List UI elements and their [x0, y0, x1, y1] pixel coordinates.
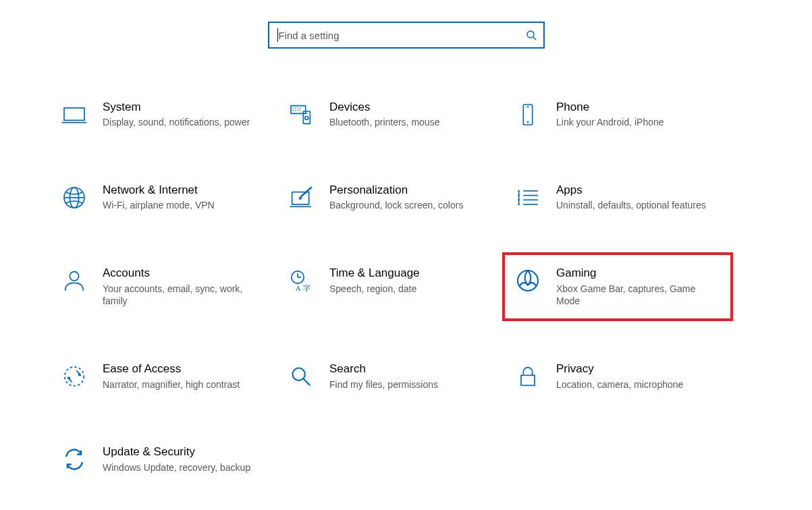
tile-title: Ease of Access: [103, 362, 267, 376]
tile-title: Privacy: [556, 362, 721, 376]
tile-title: Network & Internet: [103, 183, 267, 197]
tile-title: Gaming: [556, 266, 721, 280]
tile-network[interactable]: Network & Internet Wi-Fi, airplane mode,…: [59, 180, 269, 215]
tile-desc: Location, camera, microphone: [556, 378, 721, 391]
tile-system[interactable]: System Display, sound, notifications, po…: [59, 97, 269, 132]
person-icon: [61, 267, 88, 294]
apps-list-icon: [514, 184, 541, 211]
tile-desc: Wi-Fi, airplane mode, VPN: [103, 199, 267, 212]
tile-title: Devices: [329, 100, 494, 114]
sync-icon: [61, 446, 88, 473]
tile-ease-of-access[interactable]: Ease of Access Narrator, magnifier, high…: [59, 359, 269, 393]
clock-language-icon: [288, 267, 315, 294]
tile-title: System: [103, 100, 267, 114]
tile-desc: Narrator, magnifier, high contrast: [103, 378, 267, 391]
tile-title: Personalization: [329, 183, 494, 197]
tile-desc: Find my files, permissions: [329, 378, 494, 391]
tile-time-language[interactable]: Time & Language Speech, region, date: [286, 263, 495, 310]
accessibility-icon: [61, 363, 88, 390]
tile-desc: Your accounts, email, sync, work, family: [103, 283, 267, 308]
tile-title: Phone: [556, 100, 721, 114]
tile-accounts[interactable]: Accounts Your accounts, email, sync, wor…: [59, 263, 269, 310]
magnifier-icon: [288, 363, 315, 390]
tile-title: Search: [329, 362, 494, 376]
text-caret: [277, 28, 278, 42]
tile-desc: Display, sound, notifications, power: [103, 116, 267, 129]
tile-desc: Link your Android, iPhone: [556, 116, 721, 129]
tile-desc: Bluetooth, printers, mouse: [329, 116, 494, 129]
tile-gaming[interactable]: Gaming Xbox Game Bar, captures, Game Mod…: [513, 263, 722, 310]
tile-desc: Background, lock screen, colors: [329, 199, 494, 212]
tile-phone[interactable]: Phone Link your Android, iPhone: [513, 97, 722, 132]
tile-update-security[interactable]: Update & Security Windows Update, recove…: [59, 442, 269, 476]
phone-icon: [514, 101, 541, 128]
tile-desc: Uninstall, defaults, optional features: [556, 199, 721, 212]
tile-privacy[interactable]: Privacy Location, camera, microphone: [513, 359, 722, 393]
system-icon: [61, 101, 88, 128]
tile-desc: Xbox Game Bar, captures, Game Mode: [556, 283, 721, 308]
xbox-icon: [514, 267, 541, 294]
tile-title: Accounts: [103, 266, 267, 280]
settings-grid: System Display, sound, notifications, po…: [59, 97, 722, 477]
tile-devices[interactable]: Devices Bluetooth, printers, mouse: [286, 97, 495, 132]
tile-desc: Windows Update, recovery, backup: [103, 461, 267, 474]
lock-icon: [514, 363, 541, 390]
tile-title: Apps: [556, 183, 721, 197]
search-icon: [526, 30, 537, 40]
search-box[interactable]: [268, 22, 545, 49]
paintbrush-icon: [288, 184, 315, 211]
tile-personalization[interactable]: Personalization Background, lock screen,…: [286, 180, 495, 215]
globe-icon: [61, 184, 88, 211]
tile-apps[interactable]: Apps Uninstall, defaults, optional featu…: [513, 180, 722, 215]
tile-title: Update & Security: [103, 445, 267, 459]
tile-title: Time & Language: [329, 266, 494, 280]
tile-desc: Speech, region, date: [329, 283, 494, 295]
search-input[interactable]: [277, 29, 526, 42]
devices-icon: [288, 101, 315, 128]
tile-search[interactable]: Search Find my files, permissions: [286, 359, 495, 393]
